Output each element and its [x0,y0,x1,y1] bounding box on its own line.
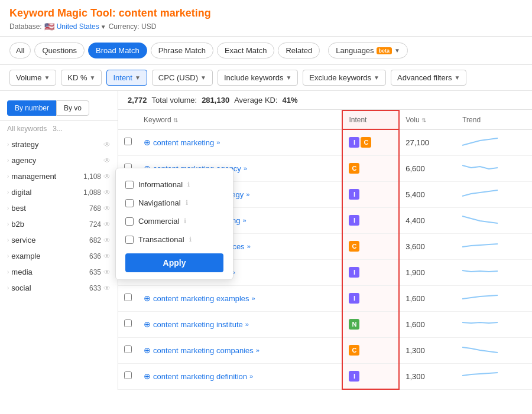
include-keywords-filter[interactable]: Include keywords ▼ [218,70,298,86]
intent-badge-I: I [349,215,359,226]
intent-filter[interactable]: Intent ▼ [106,70,147,86]
plus-icon: ⊕ [144,138,151,147]
database-link[interactable]: United States ▼ [57,22,106,31]
row-checkbox[interactable] [124,320,132,327]
table-row: ⊕ content marketing examples » I 1,600 [118,285,532,311]
row-checkbox[interactable] [124,345,132,353]
sidebar-item-social[interactable]: › social 633 👁 [0,280,118,296]
eye-icon[interactable]: 👁 [103,268,111,276]
transactional-checkbox[interactable] [125,236,134,244]
sort-by-volume-button[interactable]: By vo [56,100,89,116]
advanced-filters-button[interactable]: Advanced filters ▼ [391,70,466,86]
sidebar-item-management[interactable]: › management 1,108 👁 [0,168,118,184]
sidebar-item-best[interactable]: › best 768 👁 [0,200,118,216]
languages-button[interactable]: Languages beta ▼ [328,43,408,58]
eye-icon[interactable]: 👁 [103,284,111,292]
intent-badge-I: I [349,293,359,304]
tab-related[interactable]: Related [278,43,320,58]
table-row: ⊕ content marketing definition » I 1,300 [118,363,532,389]
intent-badge-I: I [349,137,359,148]
flag-icon: 🇺🇸 [44,22,54,31]
info-icon[interactable]: ℹ [184,217,186,225]
eye-icon[interactable]: 👁 [103,236,111,245]
keyword-link[interactable]: ⊕ content marketing definition » [144,371,336,381]
row-checkbox[interactable] [124,294,132,301]
trend-column-header: Trend [456,110,532,129]
apply-button[interactable]: Apply [125,253,223,272]
filters-row: Volume ▼ KD % ▼ Intent ▼ CPC (USD) ▼ Inc… [0,65,532,91]
plus-icon: ⊕ [144,345,151,355]
sidebar-item-digital[interactable]: › digital 1,088 👁 [0,184,118,200]
tab-questions[interactable]: Questions [34,43,85,58]
sort-by-number-button[interactable]: By number [7,100,56,116]
intent-informational-option[interactable]: Informational ℹ [116,175,233,194]
intent-badge-I: I [349,189,359,200]
volume-filter[interactable]: Volume ▼ [9,70,56,86]
table-row: ⊕ content marketing institute » N 1,600 [118,311,532,337]
expand-icon: » [242,217,246,224]
eye-icon[interactable]: 👁 [103,172,111,181]
row-checkbox[interactable] [124,371,132,379]
eye-icon[interactable]: 👁 [103,188,111,197]
chevron-down-icon: ▼ [454,74,460,81]
intent-badge-C: C [349,241,359,252]
chevron-right-icon: › [7,189,9,195]
sidebar-item-service[interactable]: › service 682 👁 [0,232,118,248]
info-icon[interactable]: ℹ [186,199,188,207]
cpc-filter[interactable]: CPC (USD) ▼ [152,70,213,86]
intent-badge-I: I [349,371,359,382]
sidebar-item-example[interactable]: › example 636 👁 [0,248,118,264]
keyword-link[interactable]: ⊕ content marketing companies » [144,345,336,355]
info-icon[interactable]: ℹ [189,236,192,243]
intent-commercial-option[interactable]: Commercial ℹ [116,212,233,230]
info-icon[interactable]: ℹ [187,181,190,188]
header: Keyword Magic Tool: content marketing Da… [0,0,532,37]
keyword-link[interactable]: ⊕ content marketing » [144,138,336,147]
tab-exact-match[interactable]: Exact Match [217,43,275,58]
sidebar: By number By vo All keywords 3... › stra… [0,91,118,390]
eye-icon[interactable]: 👁 [103,141,111,149]
eye-icon[interactable]: 👁 [103,220,111,229]
intent-transactional-option[interactable]: Transactional ℹ [116,230,233,249]
keyword-link[interactable]: ⊕ content marketing institute » [144,320,336,329]
keyword-link[interactable]: ⊕ content marketing examples » [144,294,336,303]
expand-icon: » [247,243,251,250]
expand-icon: » [244,165,247,172]
intent-navigational-option[interactable]: Navigational ℹ [116,194,233,212]
informational-checkbox[interactable] [125,181,134,189]
chevron-right-icon: › [7,205,9,211]
chevron-right-icon: › [7,157,9,164]
chevron-down-icon: ▼ [135,74,141,81]
eye-icon[interactable]: 👁 [103,204,111,213]
sidebar-item-strategy[interactable]: › strategy 👁 [0,136,118,152]
sort-buttons: By number By vo [7,100,89,116]
expand-icon: » [246,191,249,198]
navigational-checkbox[interactable] [125,199,134,207]
sidebar-item-media[interactable]: › media 635 👁 [0,264,118,280]
chevron-down-icon: ▼ [100,24,106,30]
tabs-row: All Questions Broad Match Phrase Match E… [0,37,532,65]
exclude-keywords-filter[interactable]: Exclude keywords ▼ [303,70,386,86]
plus-icon: ⊕ [144,294,151,303]
tab-phrase-match[interactable]: Phrase Match [151,43,213,58]
volume-column-header[interactable]: Volu ⇅ [399,110,456,129]
kd-filter[interactable]: KD % ▼ [61,70,102,86]
eye-icon[interactable]: 👁 [103,252,111,260]
eye-icon[interactable]: 👁 [103,157,111,165]
expand-icon: » [252,295,255,302]
tab-all[interactable]: All [9,43,31,58]
checkbox-header [118,110,138,129]
chevron-right-icon: › [7,173,9,180]
content-area: By number By vo All keywords 3... › stra… [0,91,532,390]
keyword-column-header: Keyword ⇅ [138,110,342,129]
intent-badge-C: C [349,163,359,174]
sidebar-item-b2b[interactable]: › b2b 724 👁 [0,216,118,232]
plus-icon: ⊕ [144,320,151,329]
sidebar-item-agency[interactable]: › agency 👁 [0,152,118,168]
intent-badge-C: C [349,345,359,356]
row-checkbox[interactable] [124,138,132,145]
stats-bar: 2,772 Total volume: 281,130 Average KD: … [118,91,532,110]
expand-icon: » [245,321,249,328]
tab-broad-match[interactable]: Broad Match [88,43,147,58]
commercial-checkbox[interactable] [125,217,134,226]
